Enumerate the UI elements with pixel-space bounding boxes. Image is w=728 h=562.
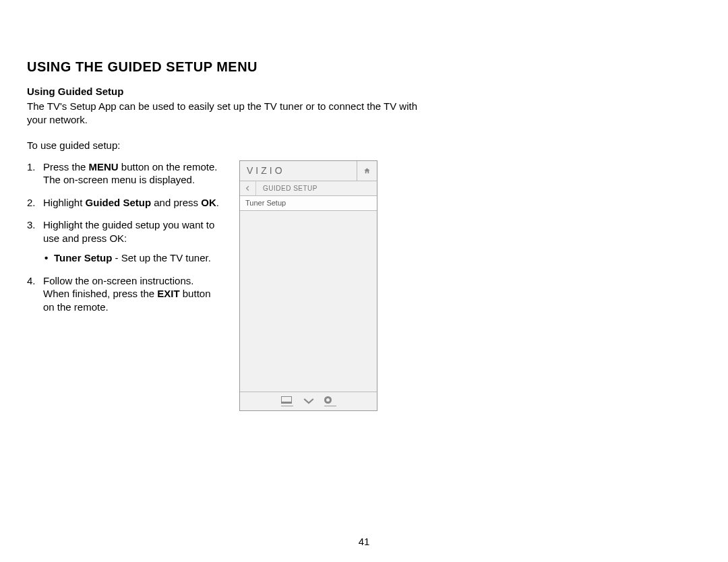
tv-menu-header: VIZIO	[240, 161, 377, 181]
lead-text: To use guided setup:	[27, 139, 701, 151]
tv-breadcrumb: GUIDED SETUP	[240, 181, 377, 196]
step-2-bold-ok: OK	[201, 197, 216, 208]
tv-menu-item-tuner: Tuner Setup	[240, 196, 377, 211]
step-2: Highlight Guided Setup and press OK.	[27, 196, 219, 210]
step-3-sub-post: - Set up the TV tuner.	[112, 252, 210, 263]
step-4-bold-exit: EXIT	[157, 288, 179, 299]
gear-icon	[324, 396, 336, 404]
tv-breadcrumb-label: GUIDED SETUP	[256, 185, 317, 192]
home-icon	[357, 161, 377, 181]
step-3-sub-bold: Tuner Setup	[54, 252, 112, 263]
instructions-column: Press the MENU button on the remote. The…	[27, 160, 219, 323]
tv-brand-label: VIZIO	[240, 161, 357, 181]
step-4: Follow the on-screen instructions. When …	[27, 274, 219, 314]
step-1-bold-menu: MENU	[89, 161, 119, 173]
step-2-text-post: .	[216, 197, 219, 208]
step-2-bold-guided: Guided Setup	[86, 197, 152, 208]
step-1-text-pre: Press the	[43, 161, 89, 173]
tv-menu-body	[240, 211, 377, 392]
back-icon	[240, 181, 256, 195]
step-1: Press the MENU button on the remote. The…	[27, 160, 219, 187]
tv-menu-footer	[240, 392, 377, 410]
section-title: USING THE GUIDED SETUP MENU	[27, 59, 701, 75]
step-2-text-pre: Highlight	[43, 197, 86, 208]
step-3-sub-tuner: Tuner Setup - Set up the TV tuner.	[43, 251, 219, 265]
tv-menu-screenshot: VIZIO GUIDED SETUP Tuner Setup	[239, 160, 377, 411]
chevron-down-icon	[303, 397, 315, 405]
screen-icon	[281, 396, 293, 404]
step-2-text-mid: and press	[151, 197, 201, 208]
step-3: Highlight the guided setup you want to u…	[27, 218, 219, 265]
subsection-title: Using Guided Setup	[27, 86, 701, 97]
page-number: 41	[0, 536, 728, 547]
intro-text: The TV's Setup App can be used to easily…	[27, 100, 418, 127]
step-3-text: Highlight the guided setup you want to u…	[43, 219, 214, 244]
